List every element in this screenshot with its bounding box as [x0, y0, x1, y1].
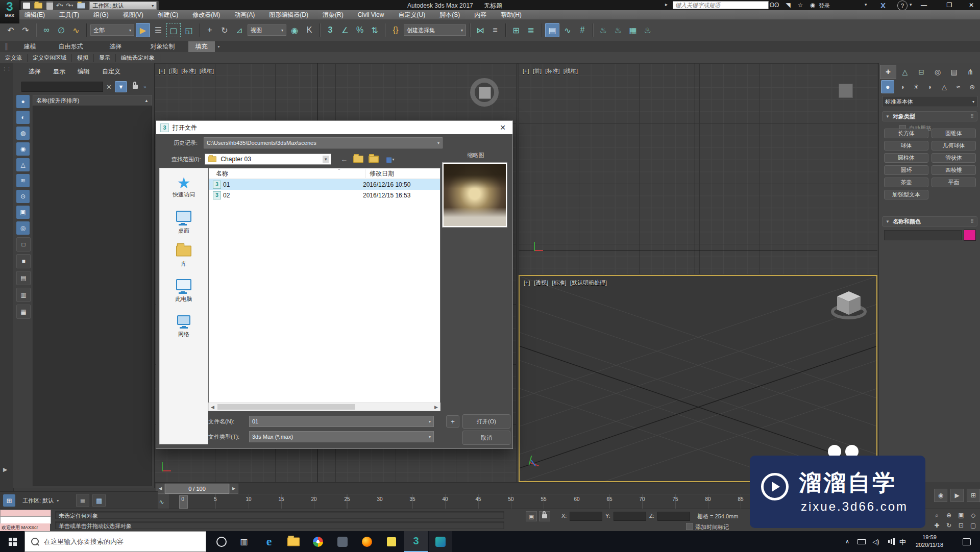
project-folder-icon[interactable]	[76, 2, 86, 9]
percent-snap-icon[interactable]: %	[353, 23, 366, 37]
time-slider-handle[interactable]: 0 / 100	[165, 484, 229, 494]
create-cylinder-button[interactable]: 圆柱体	[884, 153, 928, 163]
filetype-dropdown[interactable]: 3ds Max (*.max)▾	[249, 431, 434, 442]
spinner-snap-icon[interactable]: ⇅	[368, 23, 381, 37]
tab-hierarchy-icon[interactable]: ⊟	[914, 65, 929, 79]
explorer-list-area[interactable]	[33, 106, 152, 486]
create-textplus-button[interactable]: 加强型文本	[884, 190, 928, 199]
z-coordinate-field[interactable]	[657, 512, 690, 521]
notes-app-icon[interactable]	[380, 531, 403, 552]
rollout-grip-dots[interactable]: ⠿	[970, 219, 974, 224]
menu-customize[interactable]: 自定义(U)	[398, 11, 425, 19]
named-selection-icon[interactable]: {}	[389, 23, 402, 37]
populate-simulate[interactable]: 模拟	[72, 54, 94, 62]
angle-snap-icon[interactable]: ∠	[338, 23, 352, 37]
explorer-menu-edit[interactable]: 编辑	[78, 67, 90, 76]
clear-search-icon[interactable]: ✕	[106, 83, 112, 91]
firefox-icon[interactable]	[355, 531, 379, 552]
up-one-level-icon[interactable]	[353, 155, 364, 164]
create-cone-button[interactable]: 圆锥体	[932, 129, 976, 138]
play-icon[interactable]: ▶	[950, 489, 964, 502]
redo-small-icon[interactable]: ↷▾	[66, 2, 74, 9]
dialog-close-icon[interactable]: ✕	[497, 122, 508, 133]
viewport-standard-label[interactable]: [标准]	[545, 68, 559, 74]
overflow-chevrons-icon[interactable]: »	[143, 84, 146, 90]
fov-icon[interactable]: ◇	[967, 510, 979, 520]
filter-groups-icon[interactable]: □	[16, 237, 31, 252]
filter-xrefs-icon[interactable]: ◎	[16, 221, 30, 235]
workspace-dropdown[interactable]: 工作区: 默认▾	[89, 2, 157, 10]
cancel-button[interactable]: 取消	[462, 431, 510, 445]
menu-help[interactable]: 帮助(H)	[501, 11, 522, 19]
snap-toggle-icon[interactable]: 3	[324, 23, 337, 37]
layer-list-icon[interactable]: ≣	[76, 494, 89, 507]
object-color-swatch[interactable]	[964, 230, 976, 241]
create-geosphere-button[interactable]: 几何球体	[932, 141, 976, 150]
create-torus-button[interactable]: 圆环	[884, 165, 928, 175]
workspace-row-chevron-icon[interactable]: ▾	[57, 498, 59, 503]
lookin-chevron-icon[interactable]: ▾	[323, 156, 329, 163]
new-file-icon[interactable]	[23, 3, 30, 9]
viewport-shading-label[interactable]: [线框]	[564, 68, 578, 74]
selection-filter-dropdown[interactable]: 全部▾	[90, 24, 134, 36]
category-helpers-icon[interactable]: △	[938, 81, 950, 93]
speaker-icon[interactable]: ◁)	[870, 531, 882, 552]
category-spacewarps-icon[interactable]: ≈	[952, 81, 964, 93]
save-icon[interactable]	[46, 2, 53, 10]
start-button[interactable]	[0, 531, 24, 552]
notification-center-icon[interactable]	[958, 531, 976, 552]
keyboard-override-icon[interactable]: K	[303, 23, 316, 37]
close-window-icon[interactable]: ✕	[963, 0, 980, 10]
workspace-row-label[interactable]: 工作区: 默认	[22, 497, 54, 505]
explorer-sort-header[interactable]: 名称(按升序排序) ▲	[33, 95, 152, 106]
schematic-view-icon[interactable]: #	[576, 23, 589, 37]
signin-chevron-icon[interactable]: ▾	[865, 2, 867, 7]
ime-indicator[interactable]: 中	[899, 538, 906, 547]
ribbon-tab-populate[interactable]: 填充	[188, 41, 215, 52]
scene-explorer-icon[interactable]: ⊞	[509, 23, 523, 37]
ribbon-tab-chevron-icon[interactable]: ▾	[218, 44, 220, 49]
zoom-extents-icon[interactable]: ▣	[955, 510, 967, 520]
network-icon[interactable]	[885, 531, 897, 552]
populate-display[interactable]: 显示	[94, 54, 116, 62]
populate-define-idle-areas[interactable]: 定义空闲区域	[28, 54, 72, 62]
filter-cameras-icon[interactable]: ◉	[16, 142, 30, 156]
scene-explorer-toggle-icon[interactable]: ⊞	[3, 494, 15, 507]
populate-edit-selected[interactable]: 编辑选定对象	[116, 54, 160, 62]
set-key-icon[interactable]: ◉	[934, 489, 947, 502]
app-icon-4[interactable]	[331, 531, 354, 552]
filter-hidden-icon[interactable]: ▤	[16, 271, 31, 285]
name-color-rollout[interactable]: ▼ 名称和颜色 ⠿	[882, 216, 977, 227]
frame-forward-icon[interactable]: ▶	[229, 484, 238, 494]
filter-funnel-icon[interactable]: ▼	[115, 81, 127, 92]
help-icon[interactable]: ?	[897, 1, 908, 11]
zoom-icon[interactable]: ⌕	[931, 510, 943, 520]
next-frame-icon[interactable]: ⊞	[967, 489, 980, 502]
lookin-dropdown[interactable]: Chapter 03 ▾	[205, 154, 331, 165]
category-systems-icon[interactable]: ⊛	[966, 81, 978, 93]
redo-icon[interactable]: ↷	[19, 23, 32, 37]
create-pyramid-button[interactable]: 四棱锥	[932, 165, 976, 175]
cortana-icon[interactable]	[210, 531, 233, 552]
communication-center-icon[interactable]: ◥	[783, 1, 793, 9]
filter-materials-icon[interactable]: ▥	[16, 288, 31, 302]
ribbon-tab-freeform[interactable]: 自由形式	[59, 42, 83, 51]
viewport-shading-label[interactable]: [线框]	[200, 68, 214, 74]
tab-motion-icon[interactable]: ◎	[930, 65, 945, 79]
tab-display-icon[interactable]: ▤	[946, 65, 962, 79]
mirror-icon[interactable]: ⋈	[474, 23, 487, 37]
menu-animation[interactable]: 动画(A)	[234, 11, 255, 19]
explorer-expand-icon[interactable]: ▶	[3, 466, 7, 473]
curve-editor-icon[interactable]: ∿	[561, 23, 574, 37]
rendered-frame-icon[interactable]: ▦	[626, 23, 640, 37]
ribbon-tab-selection[interactable]: 选择	[110, 42, 122, 51]
file-list-hscrollbar[interactable]: ◀ ▶	[208, 403, 440, 411]
menu-edit[interactable]: 编辑(E)	[24, 11, 45, 19]
viewport-menu-plus[interactable]: [+]	[524, 280, 530, 286]
filter-shapes-icon[interactable]: ◐	[16, 111, 30, 124]
dialog-titlebar[interactable]: 3 打开文件 ✕	[156, 121, 512, 134]
menu-group[interactable]: 组(G)	[93, 11, 108, 19]
menu-create[interactable]: 创建(C)	[158, 11, 179, 19]
new-folder-icon[interactable]	[368, 155, 379, 164]
back-icon[interactable]: ←	[339, 155, 349, 164]
